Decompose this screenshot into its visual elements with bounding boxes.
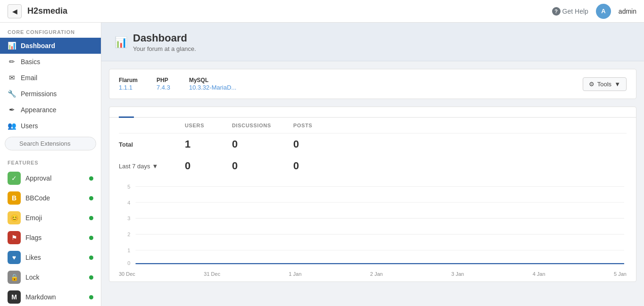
tools-button[interactable]: ⚙ Tools ▼ bbox=[583, 77, 627, 91]
lock-status-dot bbox=[89, 275, 93, 280]
sidebar-item-users[interactable]: 👥 Users bbox=[0, 118, 101, 134]
users-icon: 👥 bbox=[8, 122, 16, 130]
php-label: PHP bbox=[157, 77, 170, 83]
sidebar-permissions-label: Permissions bbox=[21, 90, 93, 98]
emoji-status-dot bbox=[89, 216, 93, 220]
hamburger-icon: ◀ bbox=[12, 8, 17, 15]
flarum-label: Flarum bbox=[119, 77, 138, 83]
total-users-value: 1 bbox=[185, 138, 232, 150]
svg-text:3: 3 bbox=[127, 215, 130, 221]
feature-approval[interactable]: ✓ Approval bbox=[0, 168, 101, 188]
likes-icon: ♥ bbox=[8, 251, 21, 264]
total-discussions-value: 0 bbox=[232, 138, 293, 150]
chart-area: 5 4 3 2 1 0 bbox=[109, 177, 636, 271]
stats-tab-main[interactable] bbox=[119, 107, 134, 118]
admin-avatar[interactable]: A bbox=[596, 4, 611, 19]
flags-icon: ⚑ bbox=[8, 231, 21, 244]
stats-table: USERS DISCUSSIONS POSTS Total 1 0 0 Last… bbox=[109, 118, 636, 177]
last7-users-value: 0 bbox=[185, 160, 232, 172]
topnav-right: ? Get Help A admin bbox=[552, 4, 636, 19]
total-row: Total 1 0 0 bbox=[119, 133, 627, 155]
version-info-bar: Flarum 1.1.1 PHP 7.4.3 MySQL 10.3.32-Mar… bbox=[109, 69, 636, 99]
last7-discussions-value: 0 bbox=[232, 160, 293, 172]
sidebar-basics-label: Basics bbox=[21, 58, 93, 66]
sidebar-item-permissions[interactable]: 🔧 Permissions bbox=[0, 86, 101, 102]
sidebar-appearance-label: Appearance bbox=[21, 106, 93, 114]
sidebar-item-basics[interactable]: ✏ Basics bbox=[0, 54, 101, 70]
approval-icon: ✓ bbox=[8, 172, 21, 185]
approval-label: Approval bbox=[25, 174, 84, 182]
markdown-icon: M bbox=[8, 290, 21, 304]
admin-label[interactable]: admin bbox=[619, 8, 636, 15]
sidebar-email-label: Email bbox=[21, 74, 93, 82]
dashboard-header-icon: 📊 bbox=[115, 36, 127, 49]
svg-text:5: 5 bbox=[127, 184, 130, 190]
get-help-link[interactable]: ? Get Help bbox=[552, 7, 588, 16]
svg-text:2: 2 bbox=[127, 232, 130, 237]
feature-likes[interactable]: ♥ Likes bbox=[0, 248, 101, 267]
php-value: 7.4.3 bbox=[157, 84, 170, 91]
total-label: Total bbox=[119, 141, 185, 148]
feature-lock[interactable]: 🔒 Lock bbox=[0, 267, 101, 287]
approval-status-dot bbox=[89, 176, 93, 181]
stats-header-row: USERS DISCUSSIONS POSTS bbox=[119, 118, 627, 133]
versions-container: Flarum 1.1.1 PHP 7.4.3 MySQL 10.3.32-Mar… bbox=[119, 77, 236, 91]
core-config-label: CORE CONFIGURATION bbox=[0, 23, 101, 38]
last7-text: Last 7 days bbox=[119, 163, 150, 170]
flarum-version: Flarum 1.1.1 bbox=[119, 77, 138, 91]
stats-tabs bbox=[109, 107, 636, 118]
mysql-label: MySQL bbox=[189, 77, 236, 83]
feature-emoji[interactable]: 😊 Emoji bbox=[0, 208, 101, 228]
tools-label: Tools bbox=[597, 81, 611, 88]
page-title: Dashboard bbox=[133, 32, 196, 44]
users-col-header: USERS bbox=[185, 123, 232, 128]
layout: CORE CONFIGURATION 📊 Dashboard ✏ Basics … bbox=[0, 23, 644, 306]
search-extensions-input[interactable] bbox=[5, 137, 96, 150]
php-version: PHP 7.4.3 bbox=[157, 77, 170, 91]
last7-posts-value: 0 bbox=[293, 160, 345, 172]
svg-text:0: 0 bbox=[127, 260, 130, 266]
gear-icon: ⚙ bbox=[589, 81, 594, 88]
bbcode-icon: B bbox=[8, 191, 21, 205]
search-extensions-container: 🔍 bbox=[0, 134, 101, 153]
flags-status-dot bbox=[89, 236, 93, 240]
features-list: ✓ Approval B BBCode 😊 Emoji ⚑ Flags ♥ bbox=[0, 168, 101, 306]
svg-text:1: 1 bbox=[127, 248, 130, 253]
total-posts-value: 0 bbox=[293, 138, 345, 150]
sidebar-dashboard-label: Dashboard bbox=[21, 42, 93, 50]
page-subtitle: Your forum at a glance. bbox=[133, 45, 196, 52]
emoji-label: Emoji bbox=[25, 214, 84, 222]
mysql-version: MySQL 10.3.32-MariaD... bbox=[189, 77, 236, 91]
basics-icon: ✏ bbox=[8, 58, 16, 66]
likes-status-dot bbox=[89, 256, 93, 260]
feature-markdown[interactable]: M Markdown bbox=[0, 287, 101, 306]
last7-label[interactable]: Last 7 days ▼ bbox=[119, 163, 185, 170]
sidebar-item-dashboard[interactable]: 📊 Dashboard bbox=[0, 38, 101, 54]
emoji-icon: 😊 bbox=[8, 211, 21, 224]
feature-bbcode[interactable]: B BBCode bbox=[0, 188, 101, 208]
bbcode-label: BBCode bbox=[25, 194, 84, 202]
tools-chevron-icon: ▼ bbox=[614, 81, 620, 88]
last7-row: Last 7 days ▼ 0 0 0 bbox=[119, 155, 627, 177]
email-icon: ✉ bbox=[8, 74, 16, 82]
lock-icon: 🔒 bbox=[8, 271, 21, 284]
svg-text:4: 4 bbox=[127, 199, 130, 205]
chart-x-labels: 30 Dec 31 Dec 1 Jan 2 Jan 3 Jan 4 Jan 5 … bbox=[109, 271, 636, 281]
bbcode-status-dot bbox=[89, 196, 93, 200]
sidebar-users-label: Users bbox=[21, 122, 93, 130]
markdown-label: Markdown bbox=[25, 293, 84, 301]
sidebar: CORE CONFIGURATION 📊 Dashboard ✏ Basics … bbox=[0, 23, 101, 306]
lock-label: Lock bbox=[25, 273, 84, 281]
chart-svg: 5 4 3 2 1 0 bbox=[119, 182, 627, 271]
sidebar-item-appearance[interactable]: ✒ Appearance bbox=[0, 102, 101, 118]
help-icon: ? bbox=[552, 7, 561, 16]
posts-col-header: POSTS bbox=[293, 123, 345, 128]
topnav: ◀ H2smedia ? Get Help A admin bbox=[0, 0, 644, 23]
feature-flags[interactable]: ⚑ Flags bbox=[0, 228, 101, 248]
discussions-col-header: DISCUSSIONS bbox=[232, 123, 293, 128]
sidebar-item-email[interactable]: ✉ Email bbox=[0, 70, 101, 86]
markdown-status-dot bbox=[89, 295, 93, 299]
stats-card: USERS DISCUSSIONS POSTS Total 1 0 0 Last… bbox=[109, 107, 636, 282]
dashboard-header: 📊 Dashboard Your forum at a glance. bbox=[101, 23, 644, 61]
sidebar-toggle[interactable]: ◀ bbox=[8, 4, 22, 18]
